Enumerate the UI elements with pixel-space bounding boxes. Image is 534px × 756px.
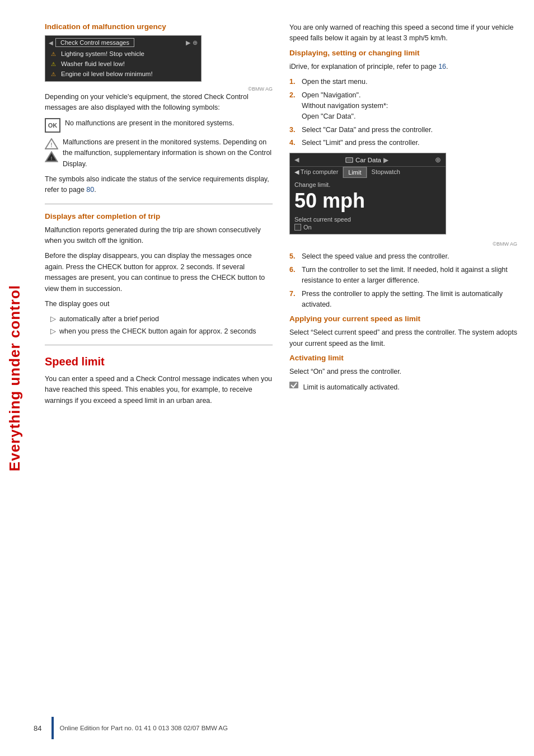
on-checkbox xyxy=(294,224,301,231)
right-section3-title: Activating limit xyxy=(289,354,517,362)
divider2 xyxy=(45,345,273,345)
checkmark-icon xyxy=(289,382,299,393)
right-section2-title: Applying your current speed as limit xyxy=(289,314,517,323)
bullet-arrow-1: ▷ xyxy=(50,314,56,325)
car-data-label: Car Data xyxy=(355,157,381,163)
step-text-2: Open "Navigation".Without navigation sys… xyxy=(302,90,388,123)
para4: Before the display disappears, you can d… xyxy=(45,251,273,294)
on-row: On xyxy=(294,224,441,231)
bullet-text-2: when you press the CHECK button again fo… xyxy=(59,326,256,337)
steps-list-1: 1. Open the start menu. 2. Open "Navigat… xyxy=(289,77,517,148)
svg-rect-6 xyxy=(347,159,352,161)
page-number: 84 xyxy=(34,724,41,732)
car-data-forward-icon: ▶ xyxy=(383,156,388,164)
step-num-3: 3. xyxy=(289,125,298,135)
bullet-arrow-2: ▷ xyxy=(50,326,56,337)
step-num-4: 4. xyxy=(289,138,298,148)
car-data-settings-icon: ⊕ xyxy=(435,156,441,164)
car-data-title: Car Data ▶ xyxy=(345,156,388,164)
footer-bar xyxy=(51,717,54,739)
para1: Depending on your vehicle's equipment, t… xyxy=(45,92,273,114)
symbol-tri-text: Malfunctions are present in the monitore… xyxy=(63,137,273,170)
tab-limit: Limit xyxy=(343,167,366,178)
sidebar: Everything under control xyxy=(0,0,29,756)
right-para5-text: Limit is automatically activated. xyxy=(303,383,399,391)
ref-80-link[interactable]: 80 xyxy=(86,186,94,194)
cc-header-left: ◀ Check Control messages xyxy=(49,38,134,47)
step-num-1: 1. xyxy=(289,77,298,87)
cc-title: Check Control messages xyxy=(55,38,134,47)
right-para3: Select “Select current speed” and press … xyxy=(289,327,517,349)
cc-back-icon: ◀ xyxy=(49,40,53,46)
warn-icon-2: ⚠ xyxy=(49,60,58,68)
select-speed-label: Select current speed xyxy=(294,216,441,223)
car-data-display: ◀ Car Data ▶ ⊕ ◀ Trip computer Limit Sto xyxy=(289,153,446,234)
step-text-7: Press the controller to apply the settin… xyxy=(302,289,517,311)
cc-image-label: ©BMW AG xyxy=(45,86,273,92)
left-column: Indication of malfunction urgency ◀ Chec… xyxy=(45,22,273,411)
step-6: 6. Turn the controller to set the limit.… xyxy=(289,265,517,287)
right-para5: Limit is automatically activated. xyxy=(289,382,517,393)
step-text-3: Select "Car Data" and press the controll… xyxy=(302,125,433,135)
step-text-1: Open the start menu. xyxy=(302,77,367,87)
step-num-6: 6. xyxy=(289,265,298,275)
tab-trip-computer: ◀ Trip computer xyxy=(290,167,343,178)
cc-text-3: Engine oil level below minimum! xyxy=(61,71,153,77)
triangle-icon-1: ! xyxy=(45,138,58,149)
symbol-ok: OK xyxy=(45,118,60,133)
section2-title: Displays after completion of trip xyxy=(45,212,273,220)
step-text-6: Turn the controller to set the limit. If… xyxy=(302,265,517,287)
right-section1-title: Displaying, setting or changing limit xyxy=(289,49,517,57)
cc-row-3: ⚠ Engine oil level below minimum! xyxy=(49,69,198,79)
section1-title: Indication of malfunction urgency xyxy=(45,22,273,31)
svg-text:!: ! xyxy=(50,142,52,148)
car-data-tabs: ◀ Trip computer Limit Stopwatch xyxy=(290,167,446,178)
para3: Malfunction reports generated during the… xyxy=(45,225,273,247)
symbol-triangles: ! ! xyxy=(45,138,58,162)
bullet-2: ▷ when you press the CHECK button again … xyxy=(50,326,273,337)
warn-icon-1: ⚠ xyxy=(49,50,58,58)
cc-row-1: ⚠ Lighting system! Stop vehicle xyxy=(49,49,198,59)
step-1: 1. Open the start menu. xyxy=(289,77,517,87)
cc-icons-right: ▶ ⊕ xyxy=(186,39,198,46)
symbol-ok-text: No malfunctions are present in the monit… xyxy=(65,118,234,129)
page-footer: 84 Online Edition for Part no. 01 41 0 0… xyxy=(34,717,517,739)
two-column-layout: Indication of malfunction urgency ◀ Chec… xyxy=(45,22,517,411)
bullet-list: ▷ automatically after a brief period ▷ w… xyxy=(50,314,273,337)
tab-stopwatch: Stopwatch xyxy=(367,167,405,178)
step-text-5: Select the speed value and press the con… xyxy=(302,251,449,262)
section3-title: Speed limit xyxy=(45,355,273,368)
triangle-icon-2: ! xyxy=(45,151,58,162)
checkmark-svg xyxy=(289,382,299,389)
para2: The symbols also indicate the status of … xyxy=(45,174,273,196)
divider1 xyxy=(45,204,273,204)
cc-play-icon: ▶ xyxy=(186,39,190,46)
step-7: 7. Press the controller to apply the set… xyxy=(289,289,517,311)
car-data-body: Change limit. 50 mph Select current spee… xyxy=(290,178,446,234)
right-para1: You are only warned of reaching this spe… xyxy=(289,22,517,44)
change-limit-label: Change limit. xyxy=(294,181,441,188)
cc-text-1: Lighting system! Stop vehicle xyxy=(61,50,144,57)
step-num-2: 2. xyxy=(289,90,298,101)
display-goes-out: The display goes out xyxy=(45,299,273,309)
sidebar-title: Everything under control xyxy=(6,285,24,471)
right-para4: Select “On” and press the controller. xyxy=(289,367,517,377)
cc-row-2: ⚠ Washer fluid level low! xyxy=(49,59,198,69)
car-data-header: ◀ Car Data ▶ ⊕ xyxy=(290,153,446,167)
bullet-text-1: automatically after a brief period xyxy=(59,314,159,325)
car-data-image-label: ©BMW AG xyxy=(289,241,517,247)
step-4: 4. Select "Limit" and press the controll… xyxy=(289,138,517,148)
step-3: 3. Select "Car Data" and press the contr… xyxy=(289,125,517,135)
ref-16-link[interactable]: 16 xyxy=(438,63,446,71)
symbol-ok-row: OK No malfunctions are present in the mo… xyxy=(45,118,273,133)
cc-settings-icon: ⊕ xyxy=(193,39,198,46)
svg-text:!: ! xyxy=(51,156,53,161)
bullet-1: ▷ automatically after a brief period xyxy=(50,314,273,325)
on-label: On xyxy=(303,224,312,231)
para5: You can enter a speed and a Check Contro… xyxy=(45,374,273,406)
cc-header: ◀ Check Control messages ▶ ⊕ xyxy=(49,38,198,47)
step-num-7: 7. xyxy=(289,289,298,299)
car-data-icon xyxy=(345,157,353,163)
main-content: Indication of malfunction urgency ◀ Chec… xyxy=(34,0,534,428)
car-data-back-icon: ◀ xyxy=(294,156,299,163)
